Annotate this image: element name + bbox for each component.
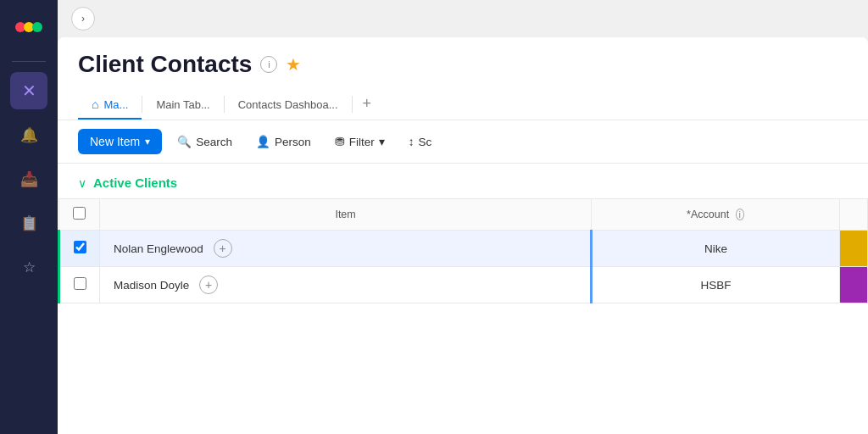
table-header-row: Item *Account i — [59, 199, 868, 231]
row2-color-tag — [840, 267, 868, 303]
tasks-icon: 📋 — [20, 214, 38, 232]
sidebar: ✕ 🔔 📥 📋 ☆ — [0, 0, 58, 434]
filter-chevron-icon: ▾ — [379, 135, 385, 148]
row2-item-cell[interactable]: Madison Doyle + — [100, 267, 592, 303]
person-icon: 👤 — [256, 135, 270, 148]
new-item-button[interactable]: New Item ▾ — [78, 129, 162, 154]
row2-checkbox[interactable] — [74, 277, 86, 290]
sort-icon: ↕ — [409, 136, 415, 148]
row2-checkbox-cell — [59, 267, 100, 303]
sort-label: Sc — [418, 136, 431, 148]
row2-add-icon[interactable]: + — [199, 275, 218, 294]
th-account: *Account i — [592, 199, 840, 231]
person-label: Person — [275, 136, 311, 148]
page-title: Client Contacts — [78, 51, 252, 78]
content-wrapper: › Client Contacts i ★ ⌂ Ma... Main — [58, 0, 868, 434]
search-button[interactable]: 🔍 Search — [169, 130, 241, 153]
tab-contacts-dashboard[interactable]: Contacts Dashboa... — [225, 92, 352, 120]
page-header: Client Contacts i ★ ⌂ Ma... Main Tab... — [58, 37, 868, 120]
row2-name: Madison Doyle — [114, 279, 189, 292]
th-account-info-icon[interactable]: i — [736, 209, 744, 220]
tabs-row: ⌂ Ma... Main Tab... Contacts Dashboa... … — [78, 88, 848, 120]
filter-icon: ⛃ — [335, 135, 345, 148]
row1-item-cell[interactable]: Nolan Englewood + — [100, 231, 592, 267]
filter-label: Filter — [349, 136, 375, 148]
filter-button[interactable]: ⛃ Filter ▾ — [326, 130, 393, 153]
sidebar-item-apps[interactable]: ✕ — [10, 72, 47, 109]
tab-main-label: Ma... — [103, 98, 128, 111]
info-symbol: i — [268, 59, 270, 70]
chevron-right-icon: › — [81, 13, 85, 25]
sidebar-divider-top — [12, 61, 46, 62]
table-row: Madison Doyle + HSBF — [59, 267, 868, 303]
apps-icon: ✕ — [22, 81, 36, 101]
row1-name: Nolan Englewood — [114, 242, 203, 255]
th-item-label: Item — [335, 209, 355, 220]
table-container: Item *Account i — [58, 198, 868, 303]
star-nav-icon: ☆ — [23, 259, 36, 276]
sort-button[interactable]: ↕ Sc — [400, 131, 441, 153]
th-checkbox — [59, 199, 100, 231]
back-button[interactable]: › — [71, 7, 95, 31]
section-header: ∨ Active Clients — [58, 164, 868, 198]
th-account-label: *Account — [687, 209, 729, 220]
new-item-chevron-icon: ▾ — [145, 136, 150, 147]
info-icon[interactable]: i — [260, 56, 277, 73]
nav-strip: › — [58, 0, 868, 37]
th-item: Item — [100, 199, 592, 231]
svg-point-2 — [32, 22, 42, 32]
toolbar: New Item ▾ 🔍 Search 👤 Person ⛃ Filter ▾ … — [58, 120, 868, 164]
home-icon: ⌂ — [92, 97, 98, 111]
sidebar-item-favorites[interactable]: ☆ — [10, 248, 47, 286]
row1-checkbox[interactable] — [74, 241, 86, 253]
row1-checkbox-cell — [59, 231, 100, 267]
tab-main-table-label: Main Tab... — [156, 98, 209, 111]
table-row: Nolan Englewood + Nike — [59, 231, 868, 267]
search-icon: 🔍 — [177, 135, 192, 148]
new-item-label: New Item — [90, 135, 140, 148]
tab-main-table[interactable]: Main Tab... — [142, 92, 223, 120]
section-title: Active Clients — [93, 175, 177, 190]
select-all-checkbox[interactable] — [73, 207, 86, 220]
tab-main[interactable]: ⌂ Ma... — [78, 91, 142, 120]
sidebar-item-notifications[interactable]: 🔔 — [10, 116, 47, 153]
favorite-star-icon[interactable]: ★ — [286, 54, 301, 75]
bell-icon: 🔔 — [20, 126, 38, 144]
inbox-icon: 📥 — [20, 170, 38, 188]
data-table: Item *Account i — [58, 198, 868, 303]
sidebar-item-inbox[interactable]: 📥 — [10, 160, 47, 198]
search-label: Search — [196, 136, 232, 148]
sidebar-item-tasks[interactable]: 📋 — [10, 204, 47, 242]
page-title-row: Client Contacts i ★ — [78, 51, 848, 78]
row1-add-icon[interactable]: + — [214, 239, 232, 258]
app-logo[interactable] — [12, 10, 46, 44]
row1-account: Nike — [704, 242, 727, 255]
row1-color-tag — [840, 231, 868, 267]
row2-account-cell[interactable]: HSBF — [592, 267, 840, 303]
content-card: Client Contacts i ★ ⌂ Ma... Main Tab... — [58, 37, 868, 434]
tab-contacts-dashboard-label: Contacts Dashboa... — [238, 98, 338, 111]
person-filter-button[interactable]: 👤 Person — [248, 130, 320, 153]
th-color — [840, 199, 868, 231]
row1-account-cell[interactable]: Nike — [592, 231, 840, 267]
table-area: ∨ Active Clients Item — [58, 164, 868, 434]
add-tab-button[interactable]: + — [353, 88, 382, 120]
row2-account: HSBF — [701, 279, 732, 292]
section-collapse-icon[interactable]: ∨ — [78, 176, 86, 190]
